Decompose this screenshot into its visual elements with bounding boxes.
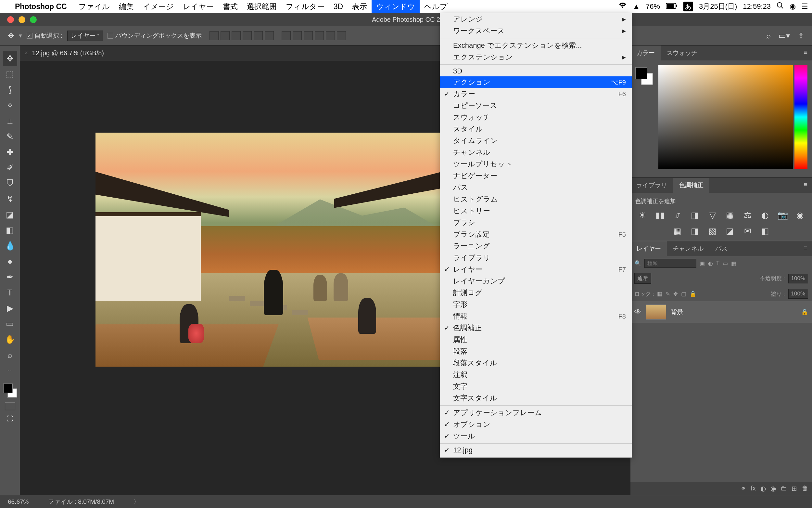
filter-pixel-icon[interactable]: ▣: [700, 260, 705, 267]
hue-adj-icon[interactable]: ▦: [724, 210, 736, 220]
photo-filter-adj-icon[interactable]: 📷: [777, 210, 789, 220]
color-panel-swatches[interactable]: [635, 67, 653, 85]
menu-item-ツールプリセット[interactable]: ツールプリセット: [440, 158, 632, 170]
close-window-button[interactable]: [7, 16, 14, 23]
distribute-4-button[interactable]: [315, 31, 324, 40]
lookup-adj-icon[interactable]: ▦: [672, 226, 683, 236]
menu-item-オプション[interactable]: ✓オプション: [440, 419, 632, 430]
align-top-button[interactable]: [243, 31, 252, 40]
distribute-5-button[interactable]: [326, 31, 335, 40]
auto-select-checkbox[interactable]: 自動選択 :: [27, 32, 63, 40]
dodge-tool[interactable]: ●: [3, 254, 17, 268]
edit-toolbar[interactable]: ⋯: [3, 364, 17, 378]
opacity-input[interactable]: 100%: [788, 274, 808, 284]
menu-item-スタイル[interactable]: スタイル: [440, 123, 632, 135]
menu-item-ラーニング[interactable]: ラーニング: [440, 240, 632, 252]
show-bbox-checkbox[interactable]: バウンディングボックスを表示: [107, 32, 202, 40]
menu-item-ブラシ[interactable]: ブラシ: [440, 217, 632, 228]
gradient-tool[interactable]: ◧: [3, 223, 17, 237]
color-field[interactable]: [658, 65, 793, 169]
adjustments-tab[interactable]: 色調補正: [673, 178, 709, 193]
menu-フィルター[interactable]: フィルター: [281, 0, 329, 13]
panel-menu-icon[interactable]: ≡: [799, 45, 812, 60]
panel-menu-icon[interactable]: ≡: [799, 178, 812, 193]
auto-select-target-dropdown[interactable]: レイヤー ˅: [67, 31, 103, 41]
notification-icon[interactable]: ☰: [802, 2, 808, 11]
spotlight-icon[interactable]: [777, 2, 784, 11]
delete-layer-icon[interactable]: 🗑: [802, 484, 808, 493]
filter-shape-icon[interactable]: ▭: [723, 260, 728, 267]
move-tool[interactable]: ✥: [3, 51, 17, 66]
threshold-adj-icon[interactable]: ◪: [724, 226, 736, 236]
align-vcenter-button[interactable]: [254, 31, 263, 40]
lasso-tool[interactable]: ⟆: [3, 83, 17, 97]
new-group-icon[interactable]: 🗀: [780, 484, 787, 493]
filter-adj-icon[interactable]: ◐: [708, 260, 713, 267]
quick-mask-button[interactable]: [5, 403, 15, 410]
channels-tab[interactable]: チャンネル: [667, 241, 709, 256]
close-tab-icon[interactable]: ×: [25, 50, 28, 56]
menu-item-チャンネル[interactable]: チャンネル: [440, 146, 632, 158]
menu-item-3D[interactable]: 3D: [440, 66, 632, 76]
lock-pixels-icon[interactable]: ✎: [666, 291, 670, 297]
menubar-time[interactable]: 12:59:23: [743, 2, 771, 11]
menu-ヘルプ[interactable]: ヘルプ: [420, 0, 452, 13]
layer-row[interactable]: 👁 背景 🔒: [630, 301, 812, 323]
magic-wand-tool[interactable]: ✧: [3, 98, 17, 113]
menu-item-文字スタイル[interactable]: 文字スタイル: [440, 392, 632, 404]
screen-mode-button[interactable]: ⛶: [3, 412, 17, 426]
lock-transparency-icon[interactable]: ▦: [657, 291, 662, 297]
menu-ウィンドウ[interactable]: ウィンドウ: [372, 0, 420, 13]
curves-adj-icon[interactable]: ⎎: [672, 210, 683, 220]
menu-item-ナビゲーター[interactable]: ナビゲーター: [440, 170, 632, 182]
vibrance-adj-icon[interactable]: ▽: [707, 210, 718, 220]
siri-icon[interactable]: ◉: [790, 2, 796, 11]
menu-item-文字[interactable]: 文字: [440, 381, 632, 392]
filter-type-icon[interactable]: T: [716, 260, 719, 266]
align-hcenter-button[interactable]: [221, 31, 230, 40]
menu-item-12.jpg[interactable]: ✓12.jpg: [440, 445, 632, 455]
menu-item-レイヤーカンプ[interactable]: レイヤーカンプ: [440, 275, 632, 287]
layer-mask-icon[interactable]: ◐: [760, 484, 766, 493]
blend-mode-dropdown[interactable]: 通常: [634, 273, 651, 284]
menu-item-カラー[interactable]: ✓カラーF6: [440, 88, 632, 100]
path-selection-tool[interactable]: ▶: [3, 301, 17, 315]
posterize-adj-icon[interactable]: ▧: [707, 226, 718, 236]
hue-slider[interactable]: [795, 65, 807, 169]
menu-item-レイヤー[interactable]: ✓レイヤーF7: [440, 264, 632, 275]
menu-item-ライブラリ[interactable]: ライブラリ: [440, 252, 632, 264]
distribute-2-button[interactable]: [293, 31, 302, 40]
menubar-date[interactable]: 3月25日(日): [699, 2, 737, 11]
menu-item-ヒストリー[interactable]: ヒストリー: [440, 205, 632, 217]
pen-tool[interactable]: ✒: [3, 270, 17, 284]
menu-item-字形[interactable]: 字形: [440, 299, 632, 310]
menu-イメージ[interactable]: イメージ: [138, 0, 178, 13]
menu-書式[interactable]: 書式: [218, 0, 242, 13]
menu-選択範囲[interactable]: 選択範囲: [242, 0, 281, 13]
app-name[interactable]: Photoshop CC: [15, 2, 67, 11]
menu-編集[interactable]: 編集: [114, 0, 138, 13]
libraries-tab[interactable]: ライブラリ: [630, 178, 673, 193]
document-tab[interactable]: × 12.jpg @ 66.7% (RGB/8): [25, 49, 104, 57]
layer-filter-input[interactable]: [644, 259, 697, 268]
menu-item-アプリケーションフレーム[interactable]: ✓アプリケーションフレーム: [440, 407, 632, 419]
menu-item-アクション[interactable]: アクション⌥F9: [440, 76, 632, 88]
shape-tool[interactable]: ▭: [3, 316, 17, 331]
align-left-button[interactable]: [209, 31, 219, 40]
menu-item-計測ログ[interactable]: 計測ログ: [440, 287, 632, 299]
new-adj-layer-icon[interactable]: ◉: [770, 484, 776, 493]
eyedropper-tool[interactable]: ✎: [3, 129, 17, 144]
workspace-icon[interactable]: ▭▾: [778, 31, 790, 40]
menu-item-注釈[interactable]: 注釈: [440, 369, 632, 381]
visibility-icon[interactable]: 👁: [634, 308, 641, 316]
menu-ファイル[interactable]: ファイル: [74, 0, 114, 13]
menu-item-Exchange でエクステンションを検索...[interactable]: Exchange でエクステンションを検索...: [440, 40, 632, 51]
menu-item-ツール[interactable]: ✓ツール: [440, 430, 632, 442]
paths-tab[interactable]: パス: [709, 241, 733, 256]
crop-tool[interactable]: ⟂: [3, 114, 17, 128]
menu-item-アレンジ[interactable]: アレンジ▶: [440, 13, 632, 25]
layer-name[interactable]: 背景: [671, 308, 683, 316]
color-swatches[interactable]: [3, 383, 17, 398]
distribute-3-button[interactable]: [304, 31, 313, 40]
levels-adj-icon[interactable]: ▮▮: [654, 210, 666, 220]
